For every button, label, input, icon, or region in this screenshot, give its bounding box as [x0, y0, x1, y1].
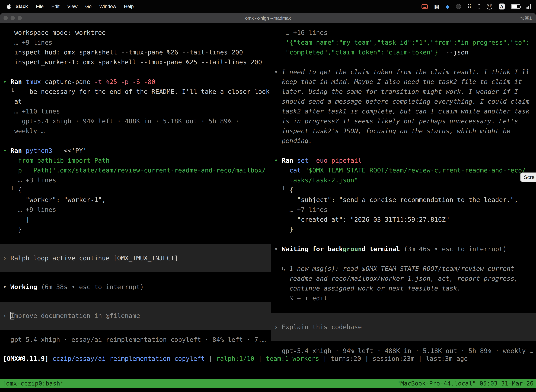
terminal-pane-left[interactable]: workspace_mode: worktree … +9 lines insp… [0, 23, 271, 354]
sparkle-icon[interactable]: ◆ [445, 4, 450, 10]
macos-menubar: Slack File Edit View Go Window Help ▦ ◆ … [0, 0, 536, 13]
zoom-button[interactable] [18, 16, 22, 20]
screen-recording-icon[interactable] [421, 4, 428, 9]
terminal-text-segment: (3m 46s • esc to interrupt) [404, 245, 507, 252]
terminal-line: • Ran tmux capture-pane -t %25 -p -S -80 [3, 77, 271, 87]
terminal-text-segment: --json [446, 49, 469, 56]
terminal-line: pending. [274, 136, 536, 146]
terminal-line: weekly … [3, 126, 271, 136]
terminal-text-segment: | [415, 355, 426, 362]
terminal-text-segment: { [18, 186, 22, 194]
terminal-line: readme-and-reco/mailbox/worker-1.json, a… [274, 274, 536, 284]
terminal-line: inspect task2's JSON, focusing on the st… [274, 126, 536, 136]
active-app-name[interactable]: Slack [14, 4, 32, 9]
input-source-icon[interactable]: A [499, 4, 505, 9]
terminal-text-segment: … +7 lines [274, 206, 327, 213]
terminal-blank-line [3, 234, 271, 244]
tmux-host-clock: "MacBook-Pro-44.local" 05:03 31-Mar-26 [397, 379, 534, 388]
terminal-line: • Ran python3 - <<'PY' [3, 146, 271, 156]
terminal-text-segment: ralph:1/10 [216, 355, 254, 362]
terminal-text-segment: (6m 38s • esc to interrupt) [41, 283, 144, 290]
apple-menu-icon[interactable] [6, 4, 11, 9]
close-button[interactable] [4, 16, 8, 20]
terminal-text-segment: } [274, 226, 293, 233]
terminal-text-segment: … +3 lines [3, 177, 56, 184]
terminal-line: later. Using the same for transition mig… [274, 87, 536, 97]
composer-input-row[interactable]: › Improve documentation in @filename [0, 302, 271, 330]
terminal-text-segment: • [3, 78, 10, 85]
terminal-text-segment: [OMX#0.11.9] [3, 355, 53, 362]
terminal-text-segment: Ran [10, 147, 26, 154]
terminal-text-segment: Ran [282, 157, 297, 164]
terminal-line: • I need to get the claim token from the… [274, 67, 536, 77]
screenshot-toast[interactable]: Scre [520, 173, 536, 182]
terminal-text-segment: last:3m ago [426, 355, 468, 362]
terminal-text-segment: keep that in mind. Maybe I also need the… [274, 78, 522, 85]
terminal-text-segment: 1 new msg(s): read $OMX_TEAM_STATE_ROOT/… [289, 265, 518, 272]
terminal-text-segment: gpt-5.4 xhigh · essay/ai-reimplementatio… [3, 336, 266, 343]
terminal-blank-line [3, 136, 271, 146]
terminal-text-segment: ↳ [274, 265, 289, 272]
battery-icon[interactable] [511, 4, 520, 9]
terminal-text-segment: gpt-5.4 xhigh · 94% left · 488K in · 5.1… [274, 347, 533, 354]
terminal-text-segment: … +9 lines [3, 39, 53, 46]
terminal-text-segment: └ [3, 186, 18, 194]
terminal-text-segment: Ralph loop active continue [OMX_TMUX_INJ… [10, 254, 178, 262]
signal-icon[interactable] [526, 4, 531, 9]
composer-suggestion-row[interactable]: › Explain this codebase [271, 313, 536, 341]
terminal-line: "subject": "send a concise recommendatio… [274, 195, 536, 205]
menubar-status-area: ▦ ◆ ⠿ 61 A [421, 4, 536, 10]
terminal-text-segment: workspace_mode: worktree [3, 29, 106, 36]
terminal-text-segment: • [3, 147, 10, 154]
terminal-line: } [3, 224, 271, 234]
terminal-line: '{"team_name":"my-team","task_id":"1","f… [274, 37, 536, 47]
terminal-line: p = Path('.omx/state/team/review-current… [3, 165, 271, 175]
menu-help[interactable]: Help [120, 4, 138, 9]
dots-grid-icon[interactable]: ⠿ [467, 4, 471, 10]
queued-message-row[interactable]: › Ralph loop active continue [OMX_TMUX_I… [0, 244, 271, 272]
window-titlebar[interactable]: omx --xhigh --madmax ⌥⌘1 [0, 13, 536, 23]
minimize-button[interactable] [10, 16, 15, 20]
terminal-line: … +9 lines [3, 37, 271, 47]
app-circle-icon[interactable] [456, 4, 461, 9]
terminal-text-segment: later. Using the same for transition mig… [274, 88, 518, 95]
menu-go[interactable]: Go [81, 4, 96, 9]
terminal-line: continue assigned work or next feasible … [274, 284, 536, 293]
terminal-line: gpt-5.4 xhigh · 94% left · 488K in · 5.1… [274, 346, 536, 354]
terminal-line: at [3, 97, 271, 107]
menu-window[interactable]: Window [96, 4, 120, 9]
grid-icon[interactable]: ▦ [434, 4, 439, 10]
menu-view[interactable]: View [63, 4, 81, 9]
terminal-text-segment: I need to get the claim token from the c… [282, 68, 530, 75]
window-shortcut-hint: ⌥⌘1 [519, 15, 536, 21]
terminal-text-segment: p = Path('.omx/state/team/review-current… [3, 167, 266, 174]
terminal-text-segment: set [297, 157, 312, 164]
terminal-line: … +3 lines [3, 175, 271, 185]
terminal-blank-line [274, 57, 536, 67]
terminal-line: } [274, 224, 536, 234]
menu-edit[interactable]: Edit [48, 4, 63, 9]
terminal-text-segment: at [3, 98, 22, 105]
terminal-text-segment: inspect task2's JSON, focusing on the st… [274, 127, 511, 135]
terminal-blank-line [3, 67, 271, 77]
terminal-text-segment: ] [3, 216, 29, 223]
terminal-text-segment: continue assigned work or next feasible … [274, 285, 461, 292]
terminal-text-segment: is in progress? It seems likely but perh… [274, 117, 518, 125]
pill-icon[interactable] [478, 4, 480, 9]
terminal-text-segment: gpt-5.4 xhigh · 94% left · 488K in · 5.1… [3, 117, 239, 125]
terminal-text-segment: └ [3, 88, 18, 95]
terminal-line: … +110 lines [3, 107, 271, 116]
terminal-line: "worker": "worker-1", [3, 195, 271, 205]
terminal-line: tasks/task-2.json" [274, 175, 536, 185]
terminal-text-segment: inspect_hud: omx sparkshell --tmux-pane … [3, 49, 243, 56]
terminal-text-segment: | [254, 355, 266, 362]
menu-file[interactable]: File [32, 4, 48, 9]
terminal-blank-line [3, 292, 271, 302]
terminal-text-segment: capture-pane [45, 78, 94, 85]
battery-percent-badge[interactable]: 61 [487, 4, 492, 9]
terminal-text-segment: should send a message before completing … [274, 98, 530, 105]
terminal-line: should send a message before completing … [274, 97, 536, 107]
terminal-text-segment: | [319, 355, 330, 362]
terminal-pane-right[interactable]: … +16 lines '{"team_name":"my-team","tas… [271, 23, 536, 354]
terminal-text-segment: d terminal [362, 245, 404, 252]
